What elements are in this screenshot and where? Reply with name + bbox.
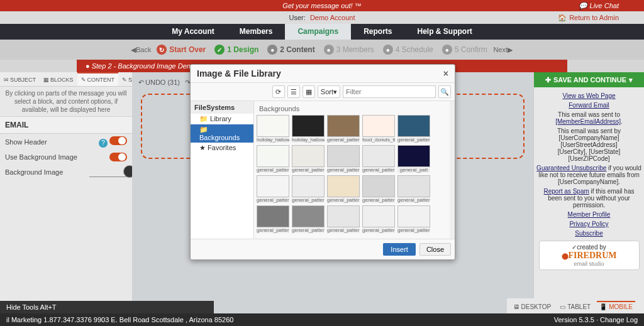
- thumbnail[interactable]: general_pattern: [292, 175, 325, 203]
- device-tablet[interactable]: ▭ TABLET: [557, 301, 593, 312]
- thumbnail-swatch: [257, 115, 289, 137]
- nav-my-account[interactable]: My Account: [159, 24, 227, 40]
- thumbnail-swatch: [292, 205, 325, 227]
- bg-image-slot[interactable]: [89, 166, 127, 177]
- top-banner: Get your message out! ™ 💬 Live Chat: [0, 0, 644, 11]
- subscribe-link[interactable]: Subscribe: [575, 230, 602, 237]
- thumbnail[interactable]: general_pattern: [327, 205, 360, 233]
- step-design[interactable]: ✓1 Design: [212, 42, 261, 57]
- thumbnail-caption: general_pattern: [257, 197, 289, 203]
- tab-subject[interactable]: ✉ SUBJECT: [0, 72, 40, 86]
- home-icon: 🏠: [558, 14, 567, 22]
- tab-content[interactable]: ✎ CONTENT: [77, 72, 119, 86]
- privacy-link[interactable]: Privacy Policy: [569, 220, 608, 227]
- nav-reports[interactable]: Reports: [351, 24, 404, 40]
- thumbnail-caption: general_pattern: [362, 227, 395, 233]
- filter-input[interactable]: [343, 85, 436, 98]
- unsubscribe-link[interactable]: Guaranteed Unsubscribe: [536, 165, 606, 171]
- toggle-use-bg[interactable]: [109, 153, 127, 161]
- close-button[interactable]: Close: [419, 243, 451, 256]
- section-email: EMAIL: [0, 117, 132, 134]
- tree-library[interactable]: 📁 Library: [191, 114, 253, 124]
- wizard-back[interactable]: ◀ Back: [131, 42, 150, 57]
- tab-blocks[interactable]: ▦ BLOCKS: [40, 72, 77, 86]
- thumbnail-caption: general_pattern: [397, 227, 430, 233]
- step-start-over[interactable]: ↻Start Over: [154, 42, 208, 57]
- search-icon[interactable]: 🔍: [438, 85, 451, 98]
- tree-favorites[interactable]: ★ Favorites: [191, 143, 253, 153]
- grid-view-icon[interactable]: ▦: [303, 85, 315, 98]
- thumbnail-swatch: [327, 175, 360, 197]
- member-email-link[interactable]: [MemberEmailAddress]: [555, 118, 621, 125]
- save-icon: ✚: [545, 76, 551, 84]
- member-profile-link[interactable]: Member Profile: [568, 211, 611, 218]
- thumbnail[interactable]: holiday_hallowe: [292, 115, 325, 143]
- thumbnail[interactable]: general_pattern: [327, 175, 360, 203]
- thumbnail[interactable]: holiday_hallowe: [257, 115, 289, 143]
- thumbnail-caption: general_pattern: [397, 137, 430, 143]
- thumbnail-caption: general_pattern: [397, 197, 430, 203]
- thumbnail-swatch: [397, 115, 430, 137]
- list-view-icon[interactable]: ☰: [287, 85, 300, 98]
- modal-close-x[interactable]: ×: [443, 68, 448, 79]
- thumbnail-swatch: [292, 175, 325, 197]
- forward-link[interactable]: Forward Email: [569, 102, 609, 109]
- refresh-icon[interactable]: ⟳: [272, 85, 285, 98]
- thumbnail[interactable]: general_pattern: [327, 145, 360, 173]
- thumbnail[interactable]: food_donuts_tile: [362, 115, 395, 143]
- undo-button[interactable]: ↶ UNDO (31): [138, 79, 180, 87]
- chevron-down-icon[interactable]: ▾: [629, 76, 633, 84]
- thumbnail[interactable]: general_pattern: [292, 145, 325, 173]
- thumbnail[interactable]: general_pattern: [257, 145, 289, 173]
- user-bar: User: Demo Account 🏠 Return to Admin: [0, 11, 644, 24]
- thumbnail-swatch: [292, 115, 325, 137]
- save-and-continue[interactable]: ✚ SAVE AND CONTINUE ▾: [534, 72, 644, 87]
- thumbnail-caption: general_pattern: [327, 227, 360, 233]
- thumbnail[interactable]: general_pattern: [257, 205, 289, 233]
- info-icon[interactable]: ?: [99, 139, 108, 148]
- thumbnail[interactable]: general_pattern: [257, 175, 289, 203]
- return-to-admin[interactable]: 🏠 Return to Admin: [558, 14, 619, 22]
- thumbnail-caption: general_pattern: [257, 227, 289, 233]
- spam-link[interactable]: Report as Spam: [544, 188, 589, 195]
- chat-icon: 💬: [579, 2, 587, 10]
- thumbnail[interactable]: general_pattern: [362, 145, 395, 173]
- scrollbar[interactable]: [450, 101, 455, 239]
- step-confirm: ●5 Confirm: [440, 42, 490, 57]
- live-chat-link[interactable]: 💬 Live Chat: [579, 2, 619, 10]
- thumbnail-swatch: [257, 145, 289, 167]
- modal-title: Image & File Library: [197, 68, 281, 79]
- thumbnail-swatch: [327, 115, 360, 137]
- tool-tabs: ✉ SUBJECT ▦ BLOCKS ✎ CONTENT ✎ STYLE: [0, 72, 132, 87]
- device-desktop[interactable]: 🖥 DESKTOP: [511, 301, 554, 312]
- tree-header: FileSystems: [191, 101, 253, 114]
- device-mobile[interactable]: 📱 MOBILE: [597, 301, 635, 312]
- thumbnail-caption: general_patt: [397, 167, 430, 173]
- thumbnail[interactable]: general_pattern: [362, 175, 395, 203]
- demo-account-link[interactable]: Demo Account: [310, 14, 355, 21]
- view-web-link[interactable]: View as Web Page: [562, 92, 615, 99]
- status-right: Version 5.3.5 · Change Log: [554, 316, 638, 323]
- toggle-show-header[interactable]: [109, 136, 127, 145]
- right-panel: ✚ SAVE AND CONTINUE ▾ View as Web Page F…: [533, 72, 644, 316]
- step-content[interactable]: ●2 Content: [265, 42, 317, 57]
- nav-campaigns[interactable]: Campaigns: [285, 24, 351, 40]
- hide-tools-bar[interactable]: Hide Tools Alt+T: [0, 301, 214, 313]
- step-schedule: ●4 Schedule: [380, 42, 436, 57]
- row-bg-image: Background Image: [0, 164, 132, 180]
- thumbnail[interactable]: general_pattern: [397, 115, 430, 143]
- nav-members[interactable]: Members: [227, 24, 286, 40]
- thumbnail[interactable]: general_pattern: [362, 205, 395, 233]
- thumbnail[interactable]: general_pattern: [327, 115, 360, 143]
- thumbnail[interactable]: general_patt: [397, 145, 430, 173]
- tree-backgrounds[interactable]: 📁 Backgrounds: [191, 124, 253, 143]
- left-panel: ✉ SUBJECT ▦ BLOCKS ✎ CONTENT ✎ STYLE By …: [0, 72, 132, 316]
- thumbnail[interactable]: general_pattern: [397, 175, 430, 203]
- wizard-next[interactable]: Next ▶: [494, 42, 513, 57]
- thumbnail[interactable]: general_pattern: [397, 205, 430, 233]
- thumb-section-title: Backgrounds: [257, 104, 447, 115]
- insert-button[interactable]: Insert: [383, 243, 416, 256]
- thumbnail[interactable]: general_pattern: [292, 205, 325, 233]
- sort-dropdown[interactable]: Sort ▾: [318, 85, 340, 98]
- nav-help[interactable]: Help & Support: [404, 24, 484, 40]
